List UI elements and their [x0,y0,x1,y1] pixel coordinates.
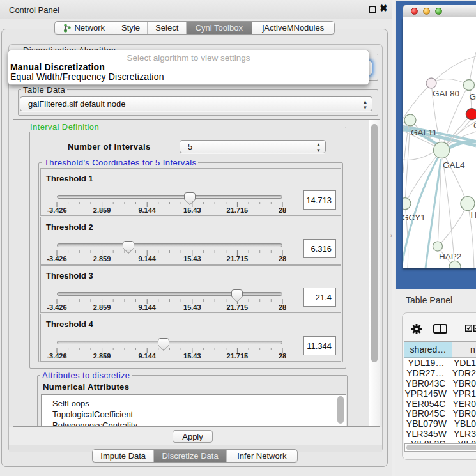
svg-text:H: H [471,210,476,220]
svg-text:C: C [473,121,476,130]
svg-text:GAL80: GAL80 [433,89,459,98]
svg-text:HAP2: HAP2 [439,252,461,261]
svg-text:GAL11: GAL11 [411,128,437,137]
svg-text:GA: GA [470,92,476,102]
svg-text:GCY1: GCY1 [403,213,426,222]
svg-text:GAL4: GAL4 [443,160,465,170]
